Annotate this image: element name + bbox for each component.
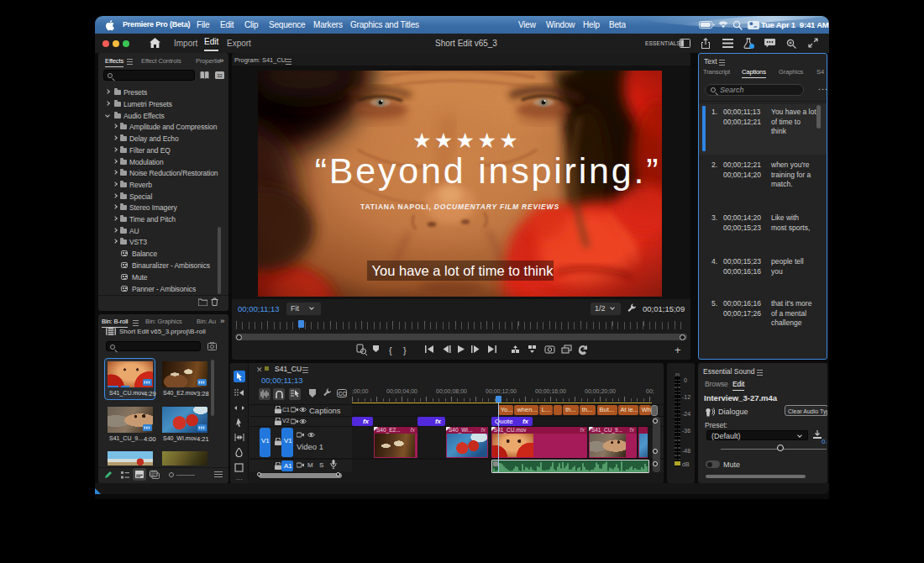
svg-text:{: { <box>389 345 392 355</box>
svg-text:}: } <box>403 345 407 355</box>
svg-text:CC: CC <box>339 391 347 397</box>
svg-text:32: 32 <box>217 73 223 78</box>
